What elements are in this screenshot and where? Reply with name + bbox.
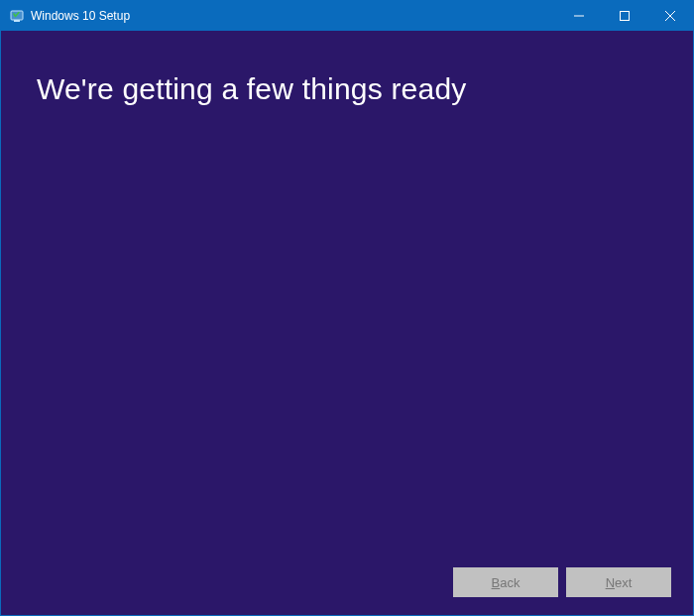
close-button[interactable] [647, 1, 693, 31]
window-controls [556, 1, 693, 31]
back-button[interactable]: Back [453, 567, 558, 597]
app-icon [9, 8, 25, 24]
next-button[interactable]: Next [566, 567, 671, 597]
content-area: We're getting a few things ready Back Ne… [1, 31, 693, 615]
minimize-button[interactable] [556, 1, 602, 31]
svg-rect-4 [621, 12, 630, 21]
page-heading: We're getting a few things ready [37, 72, 693, 106]
footer-nav: Back Next [453, 567, 671, 597]
window-title: Windows 10 Setup [31, 9, 130, 23]
maximize-button[interactable] [602, 1, 647, 31]
setup-window: Windows 10 Setup We're getting a few thi… [0, 0, 694, 616]
titlebar: Windows 10 Setup [1, 1, 693, 31]
svg-rect-2 [14, 20, 20, 22]
